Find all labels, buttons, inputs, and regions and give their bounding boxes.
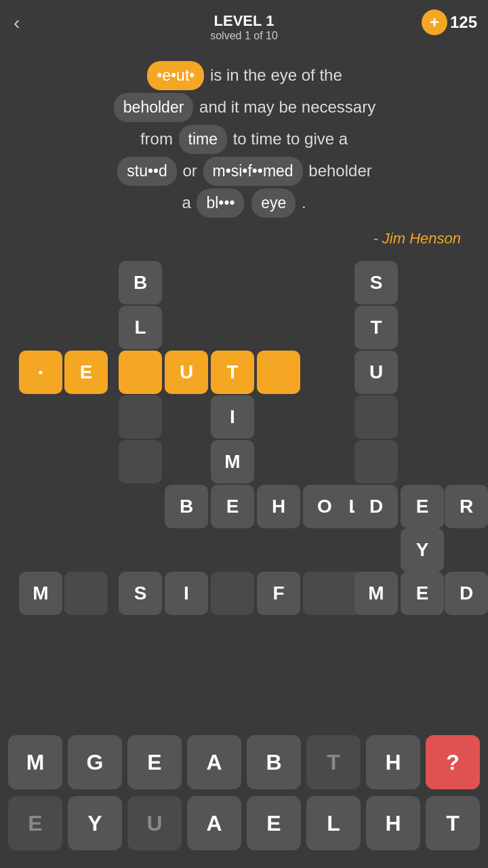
cell-T-2[interactable]: T bbox=[211, 351, 254, 394]
keyboard-key-m[interactable]: M bbox=[8, 735, 62, 789]
quote-area: •e•ut• is in the eye of the beholder and… bbox=[0, 49, 488, 224]
quote-line5: a bl••• eye . bbox=[20, 187, 468, 219]
quote-line2: beholder and it may be necessary bbox=[20, 92, 468, 123]
word-eye[interactable]: eye bbox=[251, 189, 296, 218]
keyboard-row1: MGEABTH? bbox=[8, 735, 480, 789]
cell-M2-7[interactable]: M bbox=[354, 572, 398, 615]
cell-M-7[interactable]: M bbox=[19, 572, 62, 615]
quote-line4: stu••d or m•si•f••med beholder bbox=[20, 155, 468, 187]
coin-plus-icon[interactable]: + bbox=[422, 9, 447, 35]
keyboard-key-h[interactable]: H bbox=[366, 735, 420, 789]
word-time1[interactable]: time bbox=[179, 125, 227, 154]
keyboard-key-a[interactable]: A bbox=[187, 796, 241, 850]
cell-S-7[interactable]: S bbox=[119, 572, 162, 615]
cell-R-5[interactable]: R bbox=[445, 485, 488, 528]
keyboard-key-h[interactable]: H bbox=[366, 796, 420, 850]
word-misformed[interactable]: m•si•f••med bbox=[203, 157, 303, 186]
cell-U-2[interactable]: U bbox=[165, 351, 208, 394]
header: ‹ LEVEL 1 solved 1 of 10 + 125 bbox=[0, 0, 488, 49]
word-black[interactable]: bl••• bbox=[197, 189, 244, 218]
back-button[interactable]: ‹ bbox=[14, 12, 20, 34]
cell-D-7[interactable]: D bbox=[445, 572, 488, 615]
cell-empty-4b bbox=[354, 440, 398, 484]
keyboard-key-t[interactable]: T bbox=[426, 796, 480, 850]
cell-dot-2[interactable]: • bbox=[19, 351, 62, 394]
keyboard-key-e[interactable]: E bbox=[127, 735, 182, 789]
cell-empty-2b[interactable] bbox=[257, 351, 300, 394]
author: - Jim Henson bbox=[0, 224, 488, 248]
quote-line3: from time to time to give a bbox=[20, 123, 468, 155]
level-info: LEVEL 1 solved 1 of 10 bbox=[210, 12, 278, 42]
keyboard-key-g[interactable]: G bbox=[68, 735, 122, 789]
keyboard-key-y[interactable]: Y bbox=[68, 796, 122, 850]
cell-empty-7a bbox=[64, 572, 108, 615]
word-beholder1[interactable]: beholder bbox=[114, 93, 194, 122]
keyboard-key-?[interactable]: ? bbox=[426, 735, 480, 789]
cell-empty-4a bbox=[119, 440, 162, 484]
cell-Y-6[interactable]: Y bbox=[401, 528, 444, 572]
crossword-area: B S L T • E U T U I M B E H O L D E R Y … bbox=[0, 254, 488, 580]
keyboard-row2: EYUAELHT bbox=[8, 796, 480, 850]
quote-line1: •e•ut• is in the eye of the bbox=[20, 60, 468, 92]
word-stupid[interactable]: stu••d bbox=[117, 157, 177, 186]
keyboard-key-b[interactable]: B bbox=[247, 735, 301, 789]
coins-display: + 125 bbox=[422, 9, 477, 35]
word-beauty[interactable]: •e•ut• bbox=[147, 61, 204, 90]
cell-empty-2a[interactable] bbox=[119, 351, 162, 394]
cell-I-3[interactable]: I bbox=[211, 395, 254, 439]
cell-S-0[interactable]: S bbox=[354, 261, 398, 304]
cell-H-5[interactable]: H bbox=[257, 485, 300, 528]
cell-empty-3a bbox=[119, 395, 162, 439]
cell-E-2[interactable]: E bbox=[64, 351, 108, 394]
cell-E2-5[interactable]: E bbox=[401, 485, 444, 528]
keyboard-key-a[interactable]: A bbox=[187, 735, 241, 789]
cell-E3-7[interactable]: E bbox=[401, 572, 444, 615]
keyboard-key-t[interactable]: T bbox=[306, 735, 361, 789]
cell-empty-7b bbox=[211, 572, 254, 615]
cell-L-1[interactable]: L bbox=[119, 306, 162, 349]
cell-B-0[interactable]: B bbox=[119, 261, 162, 304]
cell-T-1[interactable]: T bbox=[354, 306, 398, 349]
level-subtitle: solved 1 of 10 bbox=[210, 30, 278, 42]
level-title: LEVEL 1 bbox=[210, 12, 278, 30]
cell-E-5[interactable]: E bbox=[211, 485, 254, 528]
cell-F-7[interactable]: F bbox=[257, 572, 300, 615]
keyboard-area: MGEABTH? EYUAELHT bbox=[0, 724, 488, 868]
cell-I-7[interactable]: I bbox=[165, 572, 208, 615]
keyboard-key-e[interactable]: E bbox=[8, 796, 62, 850]
keyboard-key-l[interactable]: L bbox=[306, 796, 361, 850]
keyboard-key-u[interactable]: U bbox=[127, 796, 182, 850]
cell-empty-3b bbox=[354, 395, 398, 439]
coin-count: 125 bbox=[450, 13, 477, 32]
cell-M-4[interactable]: M bbox=[211, 440, 254, 484]
keyboard-key-e[interactable]: E bbox=[247, 796, 301, 850]
cell-U-2b[interactable]: U bbox=[354, 351, 398, 394]
cell-B-5[interactable]: B bbox=[165, 485, 208, 528]
cell-D-5[interactable]: D bbox=[354, 485, 398, 528]
